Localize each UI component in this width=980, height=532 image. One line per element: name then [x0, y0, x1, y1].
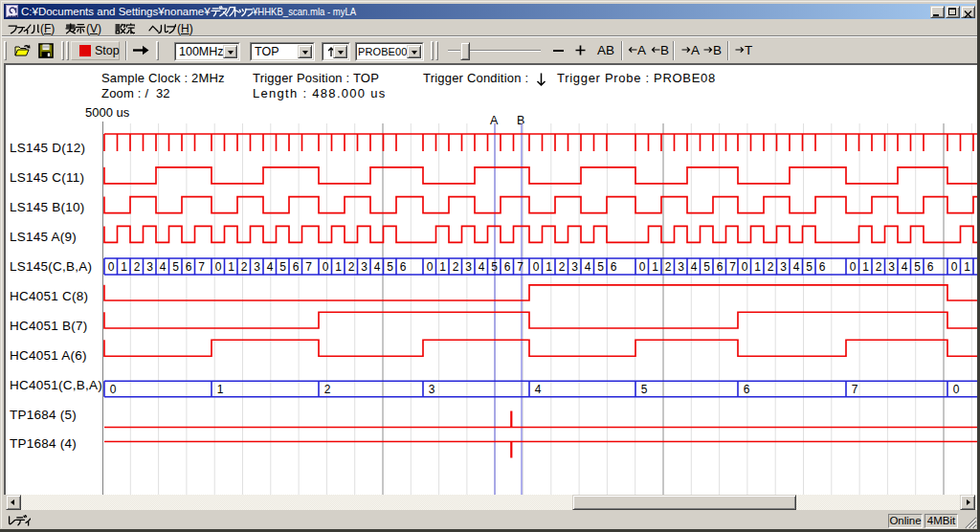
svg-text:5: 5 — [914, 260, 921, 274]
svg-text:6: 6 — [927, 260, 934, 274]
svg-text:6: 6 — [611, 260, 617, 274]
svg-text:6: 6 — [819, 260, 826, 274]
svg-text:4: 4 — [160, 260, 167, 274]
svg-text:3: 3 — [888, 260, 895, 274]
svg-text:1: 1 — [439, 260, 446, 274]
svg-text:3: 3 — [146, 260, 153, 274]
svg-text:4: 4 — [585, 260, 591, 274]
svg-text:1: 1 — [335, 260, 342, 274]
svg-text:4: 4 — [479, 260, 485, 274]
svg-text:3: 3 — [465, 260, 472, 274]
svg-text:2: 2 — [348, 260, 355, 274]
svg-text:6: 6 — [744, 383, 750, 396]
svg-text:1: 1 — [228, 260, 234, 274]
svg-text:2: 2 — [324, 383, 331, 396]
svg-text:7: 7 — [852, 383, 858, 396]
svg-text:4: 4 — [902, 260, 908, 274]
svg-text:2: 2 — [453, 260, 459, 274]
svg-text:1: 1 — [652, 260, 658, 274]
svg-text:4: 4 — [374, 260, 381, 274]
svg-text:0: 0 — [215, 260, 222, 274]
svg-text:1: 1 — [754, 260, 761, 274]
svg-text:5: 5 — [387, 260, 393, 274]
svg-text:7: 7 — [517, 260, 523, 274]
svg-text:0: 0 — [110, 383, 117, 396]
svg-text:2: 2 — [241, 260, 248, 274]
svg-text:4: 4 — [691, 260, 698, 274]
svg-text:2: 2 — [665, 260, 672, 274]
svg-text:1: 1 — [862, 260, 869, 274]
svg-text:6: 6 — [293, 260, 300, 274]
svg-text:5: 5 — [172, 260, 179, 274]
svg-text:4: 4 — [793, 260, 800, 274]
svg-text:6: 6 — [717, 260, 724, 274]
svg-text:2: 2 — [768, 260, 774, 274]
svg-text:0: 0 — [427, 260, 434, 274]
svg-text:5: 5 — [806, 260, 813, 274]
svg-text:2: 2 — [876, 260, 882, 274]
svg-text:7: 7 — [305, 260, 312, 274]
svg-text:0: 0 — [639, 260, 646, 274]
svg-text:1: 1 — [964, 260, 970, 274]
svg-text:3: 3 — [571, 260, 578, 274]
svg-text:1: 1 — [121, 260, 127, 274]
svg-text:0: 0 — [323, 260, 329, 274]
svg-text:6: 6 — [400, 260, 407, 274]
svg-text:3: 3 — [361, 260, 368, 274]
svg-text:0: 0 — [953, 383, 960, 396]
svg-text:6: 6 — [186, 260, 192, 274]
svg-text:5: 5 — [703, 260, 710, 274]
svg-text:6: 6 — [504, 260, 511, 274]
svg-text:5: 5 — [597, 260, 604, 274]
svg-text:5: 5 — [491, 260, 498, 274]
svg-text:2: 2 — [559, 260, 566, 274]
svg-text:0: 0 — [951, 260, 958, 274]
svg-text:3: 3 — [678, 260, 684, 274]
svg-text:4: 4 — [267, 260, 274, 274]
svg-text:0: 0 — [533, 260, 540, 274]
svg-text:0: 0 — [742, 260, 748, 274]
svg-text:3: 3 — [429, 383, 435, 396]
svg-text:2: 2 — [134, 260, 141, 274]
svg-text:1: 1 — [217, 383, 224, 396]
svg-text:0: 0 — [108, 260, 115, 274]
svg-text:4: 4 — [535, 383, 542, 396]
svg-text:0: 0 — [850, 260, 857, 274]
svg-text:1: 1 — [546, 260, 552, 274]
svg-text:3: 3 — [780, 260, 787, 274]
svg-text:7: 7 — [198, 260, 205, 274]
svg-text:5: 5 — [279, 260, 286, 274]
svg-text:3: 3 — [254, 260, 260, 274]
svg-text:5: 5 — [641, 383, 648, 396]
svg-text:7: 7 — [729, 260, 736, 274]
